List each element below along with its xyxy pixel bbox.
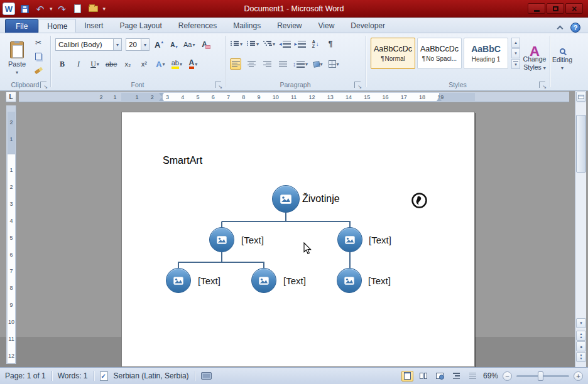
minimize-ribbon-button[interactable] — [555, 24, 564, 31]
next-page-button[interactable]: ▼▼ — [576, 352, 586, 362]
cut-button[interactable]: ✂ — [33, 37, 44, 48]
highlight-button[interactable]: ab▾ — [171, 58, 182, 70]
draft-view-button[interactable] — [467, 371, 479, 381]
font-name-combo[interactable]: Calibri (Body)▾ — [55, 38, 122, 51]
smartart-node[interactable] — [337, 268, 362, 293]
new-document-button[interactable] — [72, 3, 84, 15]
tab-view[interactable]: View — [310, 19, 343, 33]
select-browse-object-button[interactable]: ● — [576, 341, 586, 351]
zoom-slider[interactable] — [516, 375, 569, 377]
text-effects-button[interactable]: A▾ — [155, 58, 166, 70]
previous-page-button[interactable]: ▲▲ — [576, 331, 586, 341]
font-color-button[interactable]: A▾ — [187, 58, 199, 70]
proofing-status-icon[interactable] — [100, 371, 108, 381]
shading-button[interactable]: ▾ — [312, 58, 324, 70]
style-normal[interactable]: AaBbCcDc ¶Normal — [371, 38, 415, 69]
show-hide-button[interactable]: ¶ — [325, 38, 336, 50]
underline-button[interactable]: U▾ — [89, 58, 101, 70]
tab-home[interactable]: Home — [38, 19, 76, 33]
combo-dropdown-icon[interactable]: ▾ — [113, 39, 121, 50]
tab-developer[interactable]: Developer — [342, 19, 393, 33]
decrease-indent-button[interactable]: ◂ — [279, 38, 291, 50]
italic-button[interactable]: I — [73, 58, 84, 70]
change-styles-button[interactable]: A Change Styles ▾ — [519, 37, 550, 82]
editing-group-button[interactable]: Editing ▾ — [552, 37, 573, 82]
keyboard-language-icon[interactable] — [201, 372, 212, 380]
redo-button[interactable]: ↷ — [56, 3, 68, 15]
undo-button[interactable]: ↶ — [34, 3, 46, 15]
multilevel-list-button[interactable]: ▾ — [263, 38, 275, 50]
superscript-button[interactable]: x² — [138, 58, 150, 70]
smartart-node-label[interactable]: [Text] — [241, 235, 264, 245]
left-indent-marker[interactable] — [159, 97, 164, 101]
zoom-in-button[interactable]: + — [574, 371, 583, 381]
document-heading[interactable]: SmartArt — [163, 155, 202, 166]
scrollbar-thumb[interactable] — [576, 115, 586, 173]
close-button[interactable]: × — [565, 3, 583, 14]
view-ruler-toggle-button[interactable] — [576, 92, 586, 102]
document-page[interactable]: SmartArt Životinje [Text] [Text] — [121, 112, 475, 367]
help-button[interactable]: ? — [570, 23, 580, 33]
zoom-slider-thumb[interactable] — [538, 371, 543, 381]
paragraph-dialog-launcher[interactable] — [354, 82, 361, 88]
tab-mailings[interactable]: Mailings — [225, 19, 269, 33]
language-indicator[interactable]: Serbian (Latin, Serbia) — [114, 371, 189, 380]
style-heading-1[interactable]: AaBbC Heading 1 — [464, 38, 508, 69]
smartart-node-label[interactable]: [Text] — [198, 275, 220, 286]
tab-stop-selector[interactable]: L — [6, 92, 16, 102]
align-right-button[interactable] — [261, 58, 273, 70]
print-layout-view-button[interactable] — [401, 371, 413, 381]
sort-button[interactable]: AZ↓ — [310, 38, 321, 50]
minimize-button[interactable] — [528, 3, 545, 14]
smartart-node[interactable] — [337, 227, 362, 252]
vertical-scrollbar[interactable]: ▲ ▼ ▲▲ ● ▼▼ — [575, 91, 586, 367]
tab-review[interactable]: Review — [269, 19, 310, 33]
paste-button[interactable]: Paste ▾ — [4, 36, 30, 80]
change-case-button[interactable]: Aa▾ — [183, 39, 195, 50]
smartart-node-label[interactable]: Životinje — [302, 193, 340, 205]
font-dialog-launcher[interactable] — [215, 82, 221, 88]
tab-insert[interactable]: Insert — [76, 19, 111, 33]
zoom-out-button[interactable]: − — [503, 371, 512, 381]
styles-dialog-launcher[interactable] — [539, 82, 545, 88]
scroll-down-button[interactable]: ▼ — [576, 318, 586, 328]
bullets-button[interactable]: ▾ — [230, 38, 242, 50]
right-indent-marker[interactable] — [437, 97, 442, 101]
web-layout-view-button[interactable] — [434, 371, 446, 381]
vertical-ruler[interactable]: 21 123456789101112 — [6, 105, 16, 364]
open-button[interactable] — [87, 3, 100, 15]
word-count[interactable]: Words: 1 — [58, 371, 88, 380]
strikethrough-button[interactable]: abe — [106, 58, 117, 70]
outline-view-button[interactable] — [450, 371, 462, 381]
combo-dropdown-icon[interactable]: ▾ — [141, 39, 149, 50]
smartart-node[interactable] — [251, 268, 276, 293]
smartart-node-label[interactable]: [Text] — [283, 275, 306, 286]
borders-button[interactable]: ▾ — [328, 58, 339, 70]
format-painter-button[interactable] — [33, 65, 44, 76]
bold-button[interactable]: B — [57, 58, 68, 70]
undo-dropdown[interactable]: ▾ — [50, 6, 53, 12]
word-logo-icon[interactable]: W — [3, 3, 15, 15]
style-no-spacing[interactable]: AaBbCcDc ¶No Spaci... — [417, 38, 462, 69]
copy-button[interactable] — [33, 51, 44, 62]
smartart-node[interactable] — [166, 268, 191, 293]
smartart-node-label[interactable]: [Text] — [368, 275, 391, 286]
font-size-combo[interactable]: 20▾ — [126, 38, 150, 51]
grow-font-button[interactable]: A▴ — [153, 39, 165, 50]
shrink-font-button[interactable]: A▾ — [168, 39, 180, 50]
page-count[interactable]: Page: 1 of 1 — [5, 371, 46, 380]
line-spacing-button[interactable]: ↕▾ — [293, 58, 308, 70]
justify-button[interactable] — [277, 58, 288, 70]
smartart-node[interactable] — [209, 227, 234, 252]
align-center-button[interactable] — [246, 58, 257, 70]
tab-references[interactable]: References — [170, 19, 225, 33]
clipboard-dialog-launcher[interactable] — [40, 82, 46, 88]
tab-page-layout[interactable]: Page Layout — [111, 19, 170, 33]
zoom-level[interactable]: 69% — [483, 371, 498, 380]
fullscreen-reading-view-button[interactable] — [418, 371, 430, 381]
numbering-button[interactable]: ▾ — [246, 38, 259, 50]
smartart-node-root[interactable] — [272, 185, 300, 213]
horizontal-ruler[interactable]: 21 12345678910111213141516171819 — [19, 92, 569, 102]
subscript-button[interactable]: x₂ — [122, 58, 133, 70]
increase-indent-button[interactable]: ▸ — [295, 38, 307, 50]
